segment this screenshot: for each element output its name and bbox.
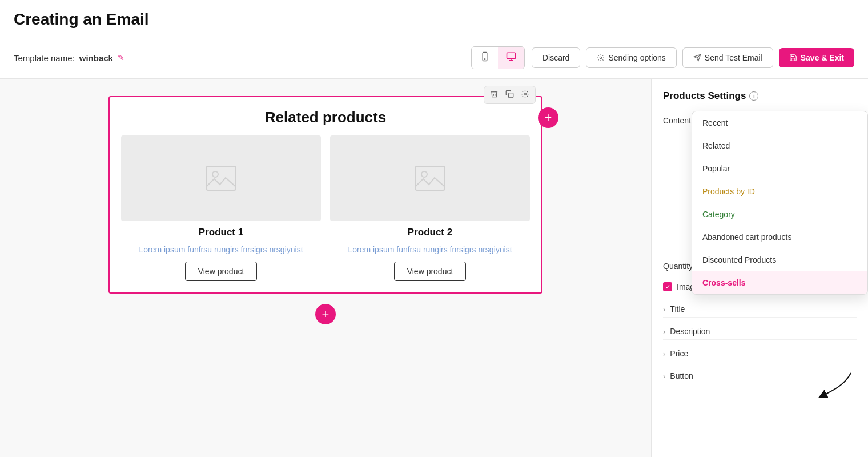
content-dropdown: Recent Related Popular Products by ID Ca…: [692, 111, 868, 295]
toolbar-actions: Discard Sending options Send Test Email …: [532, 47, 854, 68]
description-section[interactable]: › Description: [663, 323, 857, 340]
desktop-view-button[interactable]: [498, 47, 524, 69]
products-grid: Product 1 Lorem ipsum funfrsu rungirs fn…: [121, 135, 530, 281]
product-card-1: Product 1 Lorem ipsum funfrsu rungirs fn…: [121, 135, 321, 281]
add-block-top-button[interactable]: +: [538, 107, 558, 128]
edit-template-name-icon[interactable]: ✎: [118, 53, 124, 62]
products-section-title: Related products: [265, 109, 386, 126]
products-block: Related products + Product 1 Lorem ipsum…: [108, 96, 542, 294]
title-chevron-icon: ›: [663, 305, 665, 314]
product-card-2: Product 2 Lorem ipsum funfrsu rungirs fn…: [330, 135, 530, 281]
description-label: Description: [670, 327, 710, 336]
main-area: Related products + Product 1 Lorem ipsum…: [0, 79, 868, 457]
save-exit-button[interactable]: Save & Exit: [779, 48, 854, 67]
dropdown-item-discounted[interactable]: Discounted Products: [692, 248, 867, 271]
template-name-area: Template name: winback ✎: [14, 53, 464, 63]
product-1-desc: Lorem ipsum funfrsu rungirs fnrsigrs nrs…: [139, 244, 303, 256]
svg-rect-2: [507, 53, 515, 59]
panel-title: Products Settings i: [663, 90, 857, 102]
dropdown-item-popular[interactable]: Popular: [692, 157, 867, 180]
settings-block-button[interactable]: [519, 89, 532, 101]
product-image-1: [121, 135, 321, 221]
svg-point-13: [421, 171, 427, 177]
device-toggle: [471, 46, 525, 69]
canvas-area: Related products + Product 1 Lorem ipsum…: [0, 79, 651, 457]
svg-point-9: [524, 93, 527, 95]
dropdown-item-category[interactable]: Category: [692, 203, 867, 226]
sending-options-button[interactable]: Sending options: [586, 47, 676, 68]
svg-rect-12: [415, 166, 445, 190]
svg-point-1: [484, 59, 485, 60]
send-icon: [693, 54, 701, 62]
send-test-button[interactable]: Send Test Email: [682, 47, 773, 68]
svg-point-5: [600, 57, 602, 59]
discard-button[interactable]: Discard: [532, 47, 580, 68]
page-title: Creating an Email: [14, 10, 149, 29]
button-label: Button: [670, 371, 693, 380]
svg-rect-10: [206, 166, 236, 190]
description-chevron-icon: ›: [663, 327, 665, 336]
title-label: Title: [670, 304, 685, 314]
header: Creating an Email: [0, 0, 868, 37]
template-value: winback: [79, 53, 113, 63]
product-2-desc: Lorem ipsum funfrsu rungirs fnrsigrs nrs…: [348, 244, 512, 256]
button-chevron-icon: ›: [663, 372, 665, 380]
image-checkbox[interactable]: [663, 282, 672, 291]
product-image-2: [330, 135, 530, 221]
info-icon[interactable]: i: [749, 91, 758, 101]
mobile-icon: [480, 51, 490, 62]
dropdown-item-abandoned[interactable]: Abandoned cart products: [692, 226, 867, 248]
dropdown-item-related[interactable]: Related: [692, 134, 867, 157]
svg-point-11: [212, 171, 218, 177]
delete-block-button[interactable]: [488, 89, 501, 101]
gear-icon: [597, 54, 605, 62]
right-panel: Products Settings i Content Cross-sells …: [651, 79, 868, 457]
dropdown-item-cross-sells[interactable]: Cross-sells: [692, 271, 867, 294]
block-actions: [484, 86, 536, 104]
copy-block-button[interactable]: [503, 89, 516, 101]
product-1-name: Product 1: [199, 227, 243, 238]
add-block-bottom-button[interactable]: +: [315, 304, 336, 324]
mobile-view-button[interactable]: [472, 47, 498, 69]
toolbar: Template name: winback ✎ Discard Sending…: [0, 37, 868, 79]
price-chevron-icon: ›: [663, 350, 665, 358]
desktop-icon: [506, 51, 516, 62]
dropdown-item-products-by-id[interactable]: Products by ID: [692, 180, 867, 203]
dropdown-item-recent[interactable]: Recent: [692, 111, 867, 134]
title-section[interactable]: › Title: [663, 301, 857, 318]
products-title-row: Related products +: [121, 109, 530, 126]
svg-rect-8: [509, 93, 513, 98]
price-label: Price: [670, 349, 688, 358]
button-section[interactable]: › Button: [663, 368, 857, 384]
view-product-1-button[interactable]: View product: [185, 262, 258, 281]
price-section[interactable]: › Price: [663, 346, 857, 362]
product-2-name: Product 2: [408, 227, 452, 238]
view-product-2-button[interactable]: View product: [394, 262, 467, 281]
save-icon: [789, 54, 797, 62]
template-label: Template name:: [14, 53, 75, 63]
